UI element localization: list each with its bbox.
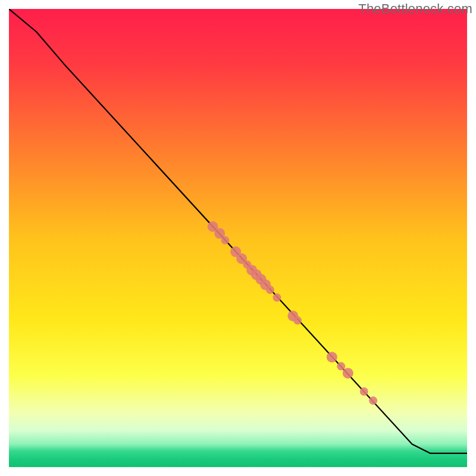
data-point <box>343 368 353 378</box>
scatter-series <box>9 9 467 467</box>
data-point <box>360 387 368 396</box>
data-point <box>293 317 302 325</box>
data-point <box>369 396 377 405</box>
plot-area <box>9 9 467 467</box>
data-point <box>337 362 345 371</box>
data-point <box>266 286 274 294</box>
watermark-label: TheBottleneck.com <box>358 1 472 17</box>
data-point <box>327 352 337 362</box>
chart-stage: TheBottleneck.com <box>0 0 476 476</box>
data-point <box>221 236 229 245</box>
data-point <box>273 293 281 302</box>
